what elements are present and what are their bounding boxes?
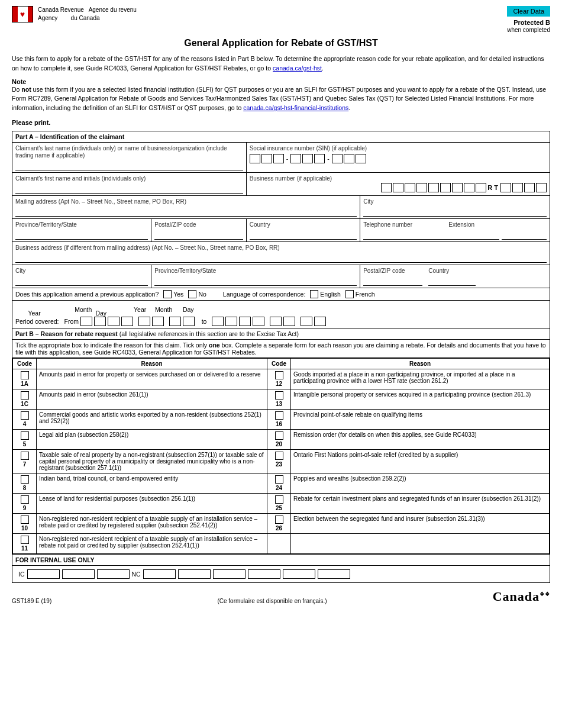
- ic-box-3[interactable]: [97, 569, 130, 579]
- sin-box-9[interactable]: [356, 154, 366, 163]
- from-year-box-1[interactable]: [80, 317, 92, 326]
- ic-box-2[interactable]: [62, 569, 95, 579]
- row-mailing: Mailing address (Apt No. – Street No., S…: [12, 195, 550, 218]
- bn-box-7[interactable]: [452, 183, 463, 192]
- to-day-box-1[interactable]: [301, 317, 312, 326]
- bn-box-4[interactable]: [416, 183, 427, 192]
- part-b-instruction-cell: Tick the appropriate box to indicate the…: [12, 339, 550, 357]
- from-year-box-2[interactable]: [94, 317, 106, 326]
- from-day-box-2[interactable]: [183, 317, 195, 326]
- bn-box-2[interactable]: [393, 183, 403, 192]
- footer: GST189 E (19) (Ce formulaire est disponi…: [12, 589, 550, 604]
- cb-23[interactable]: [275, 452, 283, 460]
- code-row-5-20: 5 Legal aid plan (subsection 258(2)) 20 …: [13, 429, 550, 449]
- clear-data-button[interactable]: Clear Data: [507, 6, 550, 17]
- cb-5[interactable]: [21, 431, 29, 440]
- city2-input[interactable]: [15, 275, 148, 286]
- bn-box-3[interactable]: [405, 183, 415, 192]
- sin-box-7[interactable]: [332, 154, 343, 163]
- nc-box-4[interactable]: [248, 569, 280, 579]
- mailing-address-input[interactable]: [15, 206, 357, 217]
- province-input[interactable]: [15, 229, 148, 240]
- to-month-box-2[interactable]: [283, 317, 295, 326]
- sin-box-6[interactable]: [314, 154, 325, 163]
- bn-box-6[interactable]: [440, 183, 451, 192]
- province2-input[interactable]: [154, 275, 357, 286]
- french-checkbox[interactable]: [345, 290, 354, 298]
- sin-box-8[interactable]: [344, 154, 354, 163]
- to-day-box-2[interactable]: [314, 317, 326, 326]
- cb-1c[interactable]: [21, 391, 29, 400]
- country-input[interactable]: [250, 229, 357, 240]
- bn-box-5[interactable]: [428, 183, 439, 192]
- period-covered-label: Period covered:: [15, 318, 59, 325]
- bn-box-9[interactable]: [476, 183, 486, 192]
- sin-box-4[interactable]: [290, 154, 301, 163]
- postal2-input[interactable]: [363, 275, 422, 286]
- from-month-box-2[interactable]: [152, 317, 164, 326]
- cb-13[interactable]: [275, 391, 283, 400]
- bn-box-8[interactable]: [464, 183, 474, 192]
- cb-24[interactable]: [275, 475, 283, 484]
- part-b-header-row: Part B – Reason for rebate request (all …: [12, 328, 550, 339]
- postal-input[interactable]: [154, 229, 243, 240]
- sin-box-2[interactable]: [261, 154, 272, 163]
- gst-hst-link[interactable]: canada.ca/gst-hst: [273, 65, 322, 72]
- code-20-cell: 20: [267, 429, 291, 449]
- cb-10[interactable]: [21, 516, 29, 524]
- nc-box-1[interactable]: [143, 569, 176, 579]
- to-month-box-1[interactable]: [270, 317, 282, 326]
- to-year-box-4[interactable]: [253, 317, 264, 326]
- bn-rt-box-4[interactable]: [536, 183, 547, 192]
- cb-25[interactable]: [275, 495, 283, 504]
- nc-box-5[interactable]: [283, 569, 315, 579]
- last-name-input[interactable]: [15, 160, 243, 170]
- from-year-box-4[interactable]: [121, 317, 133, 326]
- cb-8[interactable]: [21, 475, 29, 484]
- cb-12[interactable]: [275, 371, 283, 379]
- part-b-instruction: Tick the appropriate box to indicate the…: [15, 342, 546, 356]
- cb-1a[interactable]: [21, 371, 29, 379]
- bn-box-1[interactable]: [381, 183, 392, 192]
- nc-box-3[interactable]: [213, 569, 246, 579]
- cb-4[interactable]: [21, 411, 29, 420]
- sin-box-5[interactable]: [302, 154, 313, 163]
- extension-input[interactable]: [502, 229, 547, 240]
- code-empty-cell: [267, 533, 291, 553]
- bn-rt-box-1[interactable]: [500, 183, 511, 192]
- sin-box-1[interactable]: [250, 154, 260, 163]
- cb-9[interactable]: [21, 495, 29, 504]
- from-year-box-3[interactable]: [108, 317, 119, 326]
- ic-box-1[interactable]: [27, 569, 60, 579]
- from-month-box-1[interactable]: [138, 317, 150, 326]
- country2-input[interactable]: [428, 275, 476, 286]
- code-8-cell: 8: [13, 473, 37, 493]
- cb-11[interactable]: [21, 536, 29, 544]
- from-day-box-1[interactable]: [169, 317, 181, 326]
- first-name-input[interactable]: [15, 183, 243, 194]
- sin-box-3[interactable]: [273, 154, 284, 163]
- no-checkbox[interactable]: [188, 290, 196, 298]
- cb-26[interactable]: [275, 516, 283, 524]
- slfi-link[interactable]: canada.ca/gst-hst-financial-institutions: [243, 104, 348, 111]
- cb-7[interactable]: [21, 452, 29, 460]
- bn-rt-box-3[interactable]: [524, 183, 535, 192]
- cb-20[interactable]: [275, 431, 283, 440]
- yes-checkbox[interactable]: [163, 290, 172, 298]
- reason-7: Taxable sale of real property by a non-r…: [37, 449, 267, 473]
- reason-header-right: Reason: [291, 358, 550, 369]
- to-year-box-2[interactable]: [225, 317, 237, 326]
- to-year-box-1[interactable]: [212, 317, 224, 326]
- city-input[interactable]: [363, 206, 547, 217]
- code-4-num: 4: [23, 421, 27, 427]
- telephone-input[interactable]: [363, 229, 499, 240]
- cb-16[interactable]: [275, 411, 283, 420]
- nc-box-2[interactable]: [178, 569, 211, 579]
- country-label: Country: [250, 221, 270, 228]
- nc-box-6[interactable]: [318, 569, 350, 579]
- to-year-box-3[interactable]: [239, 317, 251, 326]
- bn-rt-box-2[interactable]: [512, 183, 523, 192]
- business-address-input[interactable]: [15, 252, 547, 263]
- part-a-header-row: Part A – Identification of the claimant: [12, 131, 550, 142]
- english-checkbox[interactable]: [310, 290, 318, 298]
